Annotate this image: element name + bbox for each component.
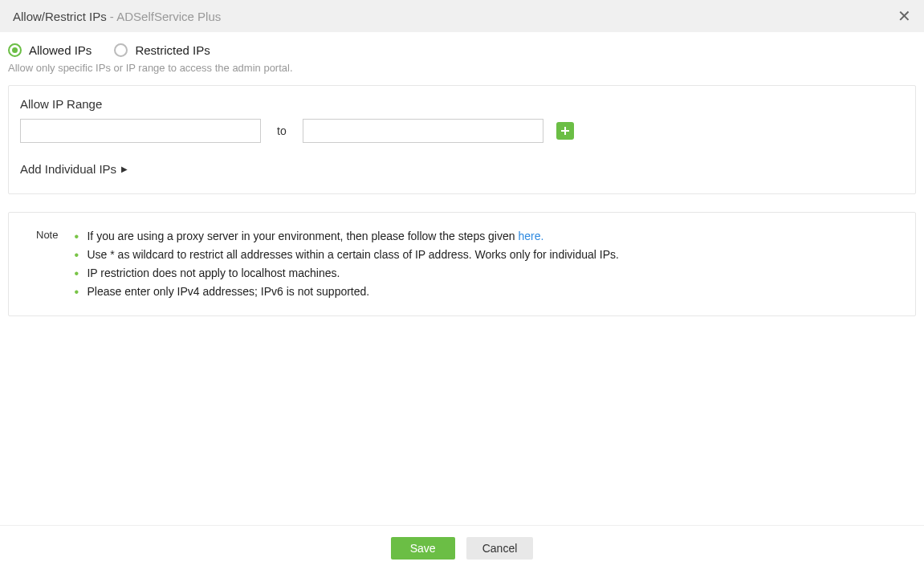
save-button[interactable]: Save [391,537,455,560]
add-individual-ips-toggle[interactable]: Add Individual IPs ▶ [20,162,128,176]
note-text: If you are using a proxy server in your … [87,230,518,242]
note-item: Please enter only IPv4 addresses; IPv6 i… [74,283,899,301]
radio-restricted-ips[interactable]: Restricted IPs [114,43,210,57]
radio-circle-icon [8,43,22,57]
note-link-here[interactable]: here. [518,230,543,242]
notes-panel: Note If you are using a proxy server in … [8,212,916,316]
mode-help-text: Allow only specific IPs or IP range to a… [8,62,916,74]
notes-list: If you are using a proxy server in your … [74,227,899,301]
plus-icon [560,126,570,136]
radio-circle-icon [114,43,128,57]
dialog-title: Allow/Restrict IPs - ADSelfService Plus [13,10,221,23]
svg-rect-1 [561,130,569,132]
note-item: If you are using a proxy server in your … [74,227,899,246]
mode-radio-group: Allowed IPs Restricted IPs [8,43,916,57]
note-text: Please enter only IPv4 addresses; IPv6 i… [87,285,369,298]
note-item: IP restriction does not apply to localho… [74,264,899,283]
title-sub: - ADSelfService Plus [107,10,222,23]
ip-range-panel: Allow IP Range to Add Individual IPs ▶ [8,85,916,194]
radio-allowed-label: Allowed IPs [29,43,92,57]
ip-range-heading: Allow IP Range [20,97,904,111]
ip-range-to-input[interactable] [303,119,543,143]
note-text: Use * as wildcard to restrict all addres… [87,248,618,261]
radio-restricted-label: Restricted IPs [135,43,210,57]
cancel-button[interactable]: Cancel [466,537,534,560]
note-text: IP restriction does not apply to localho… [87,267,340,279]
dialog-footer: Save Cancel [0,525,924,571]
close-icon[interactable]: ✕ [898,8,911,24]
radio-allowed-ips[interactable]: Allowed IPs [8,43,92,57]
notes-heading: Note [36,227,58,241]
ip-range-from-input[interactable] [20,119,261,143]
note-item: Use * as wildcard to restrict all addres… [74,246,899,264]
chevron-right-icon: ▶ [121,165,128,173]
title-main: Allow/Restrict IPs [13,10,107,23]
ip-range-to-label: to [277,124,287,137]
add-range-button[interactable] [556,122,574,140]
add-individual-label: Add Individual IPs [20,162,116,176]
dialog-header: Allow/Restrict IPs - ADSelfService Plus … [0,0,924,32]
